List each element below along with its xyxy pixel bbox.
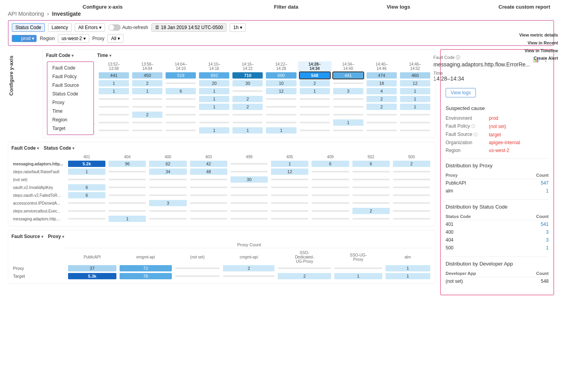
- filter-data-annotation: Filter data: [274, 4, 298, 10]
- dist-status-400: 4003: [446, 228, 549, 236]
- view-logs-button[interactable]: View logs: [446, 88, 476, 97]
- env-selector[interactable]: 🌐prod ▾: [12, 35, 37, 42]
- dist-status-401: 401541: [446, 220, 549, 229]
- time-label: Time: [433, 71, 530, 75]
- dropdown-fault-code[interactable]: Fault Code: [48, 64, 93, 72]
- cause-region-row: Region us-west-2: [446, 147, 549, 154]
- configure-y-annotation: Configure y-axis: [9, 56, 15, 96]
- table-row[interactable]: 1 2 2 1: [46, 103, 432, 111]
- table-row[interactable]: 2: [46, 111, 432, 119]
- dist-app-notset: (not set)548: [446, 277, 549, 286]
- table-row[interactable]: accesscontrol.IPDeniedA... 3: [11, 199, 432, 207]
- region-label: Region: [40, 36, 55, 41]
- dropdown-fault-source[interactable]: Fault Source: [48, 81, 93, 90]
- proxy-selector[interactable]: All ▾: [107, 34, 123, 43]
- proxy-label: Proxy: [92, 36, 105, 41]
- breadcrumb: API Monitoring › Investigate: [8, 11, 554, 17]
- dropdown-region[interactable]: Region: [48, 115, 93, 124]
- table-row[interactable]: messaging.adaptors.http.... 1: [46, 119, 432, 126]
- table-row[interactable]: messaging.adaptors.http.... 1: [11, 215, 432, 223]
- view-metric-details-annotation: View metric details: [519, 31, 558, 39]
- table-row[interactable]: 1 2 2 1: [46, 95, 432, 103]
- table-row[interactable]: (not set) 30: [11, 176, 432, 183]
- dropdown-time[interactable]: Time: [48, 107, 93, 115]
- dist-status-col-code: Status Code: [446, 213, 514, 220]
- table-row[interactable]: steps.raisefault.RaiseFault 1 34 48 12: [11, 168, 432, 176]
- dist-proxy-col-proxy: Proxy: [446, 172, 510, 179]
- view-logs-annotation: View logs: [387, 4, 410, 10]
- table-row[interactable]: 1 2 20 30 10 2 18 12: [46, 79, 432, 87]
- dropdown-fault-policy[interactable]: Fault Policy: [48, 72, 93, 81]
- dropdown-proxy[interactable]: Proxy: [48, 98, 93, 107]
- create-custom-report-annotation: Create custom report: [499, 4, 550, 10]
- cause-environment-row: Environment prod: [446, 114, 549, 122]
- table-row[interactable]: messaging.adaptors.http... 5.2k 96 62 42…: [11, 160, 432, 168]
- table-row[interactable]: oauth.v2.InvalidApiKey 6: [11, 183, 432, 191]
- dist-proxy-alm: alm1: [446, 187, 549, 195]
- section3-col1-header[interactable]: Fault Source ▾: [11, 234, 43, 239]
- dropdown-status-code[interactable]: Status Code: [48, 90, 93, 98]
- cause-organization-row: Organization apigee-internal: [446, 139, 549, 147]
- section2-col1-header[interactable]: Fault Code ▾: [11, 145, 39, 151]
- table-row[interactable]: 1 1 6 1 12 1 3 4 1: [46, 87, 432, 95]
- date-picker[interactable]: 🗓 18 Jan 2019 14:52 UTC-0500: [151, 23, 227, 32]
- dist-status-404: 4043: [446, 236, 549, 244]
- fault-code-label: Fault Code ⓘ: [433, 55, 530, 60]
- dropdown-target[interactable]: Target: [48, 124, 93, 133]
- region-selector[interactable]: us-west-2 ▾: [58, 34, 89, 43]
- status-code-tab[interactable]: Status Code: [12, 23, 45, 32]
- cause-fault-policy-row: Fault Policy ⓘ (not set): [446, 122, 549, 130]
- time-value: 14:28–14:34: [433, 75, 530, 82]
- table-row[interactable]: steps.servicecallout.Exec... 2: [11, 207, 432, 215]
- duration-select[interactable]: 1h ▾: [230, 23, 246, 32]
- dist-proxy-title: Distribution by Proxy: [446, 163, 549, 169]
- table-row[interactable]: accesscontrol.IPDeniedA... 1 1 1: [46, 126, 432, 134]
- create-alert-annotation: Create Alert: [519, 55, 558, 62]
- fault-code-value: messaging.adaptors.http.flow.ErrorRe...: [433, 61, 530, 68]
- proxy-count-header: Proxy Count: [66, 242, 432, 248]
- suspected-cause-title: Suspected cause: [446, 105, 549, 111]
- view-in-timeline-annotation: View in Timeline: [519, 47, 558, 55]
- section2-col2-header[interactable]: Status Code ▾: [44, 145, 74, 151]
- configure-x-annotation: Configure x-axis: [83, 4, 123, 10]
- table-row[interactable]: 441 450 519 692 710 690 548 441 474 460: [46, 71, 432, 79]
- dist-proxy-publicapi: PublicAPI547: [446, 179, 549, 187]
- dist-status-col-count: Count: [514, 213, 549, 220]
- errors-filter-btn[interactable]: All Errors ▾: [75, 23, 105, 32]
- section3-col2-header[interactable]: Proxy ▾: [48, 234, 64, 239]
- latency-tab[interactable]: Latency: [48, 23, 72, 32]
- section1-col2-header[interactable]: Time ▾: [97, 53, 111, 58]
- dist-status-500: 5001: [446, 244, 549, 252]
- section1-col1-header[interactable]: Fault Code ▾: [46, 53, 74, 58]
- table-row[interactable]: steps.oauth.v2.FailedToR... 6: [11, 191, 432, 199]
- auto-refresh-toggle[interactable]: Auto-refresh: [108, 24, 148, 31]
- dist-proxy-col-count: Count: [510, 172, 549, 179]
- table-row[interactable]: Proxy 37 72 2 1: [11, 264, 432, 272]
- dist-app-col-count: Count: [519, 270, 549, 277]
- dist-app-title: Distribution by Developer App: [446, 261, 549, 267]
- cause-fault-source-row: Fault Source ⓘ target: [446, 130, 549, 139]
- table-row[interactable]: Target 5.3k 78 2 1 1: [11, 272, 432, 280]
- dist-app-col-app: Developer App: [446, 270, 519, 277]
- view-in-recent-annotation: View in Recent: [519, 39, 558, 47]
- dist-status-title: Distribution by Status Code: [446, 204, 549, 210]
